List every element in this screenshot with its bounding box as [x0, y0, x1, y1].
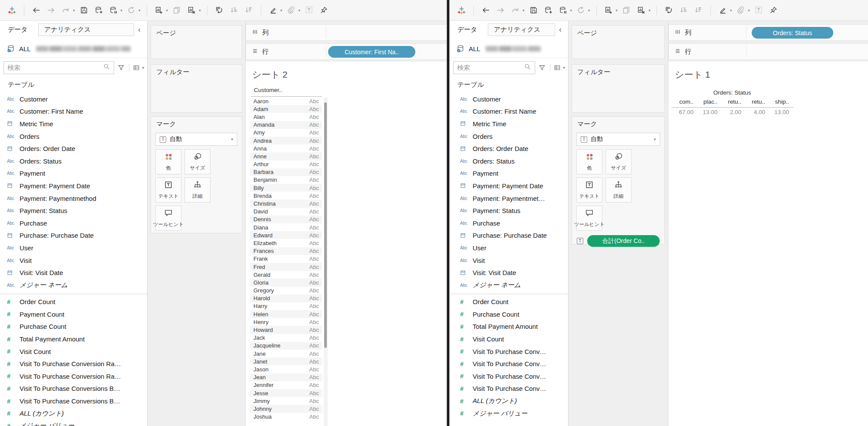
pages-card[interactable]: ページ [572, 25, 665, 59]
new-worksheet-icon[interactable] [152, 4, 166, 17]
table-row[interactable]: JimmyAbc [250, 397, 322, 405]
dropdown-caret-icon[interactable]: ▾ [523, 8, 525, 13]
add-datasource-icon[interactable] [542, 4, 555, 17]
back-icon[interactable] [30, 4, 43, 17]
tab-analytics[interactable]: アナリティクス [488, 23, 555, 36]
swap-rows-columns-icon[interactable] [662, 4, 676, 17]
field-item[interactable]: Abcメジャー ネーム [450, 279, 568, 292]
forward-icon[interactable] [44, 4, 58, 17]
table-row[interactable]: AnneAbc [250, 152, 322, 160]
table-row[interactable]: JanetAbc [250, 357, 322, 365]
mark-type-dropdown[interactable]: T 自動 ▾ [155, 133, 237, 146]
save-icon[interactable] [527, 4, 540, 17]
filter-fields-icon[interactable] [116, 62, 126, 73]
duplicate-icon[interactable] [170, 4, 184, 17]
table-row[interactable]: BenjaminAbc [250, 176, 322, 184]
field-item[interactable]: AbcPayment: Status [450, 204, 568, 217]
refresh-icon[interactable] [125, 4, 138, 17]
tab-data[interactable]: データ [457, 26, 477, 34]
swap-rows-columns-icon[interactable] [213, 4, 226, 17]
table-row[interactable]: HaroldAbc [250, 295, 322, 302]
dropdown-caret-icon[interactable]: ▾ [570, 8, 572, 13]
field-item[interactable]: #Visit To Purchase Conv… [450, 370, 568, 383]
field-item[interactable]: AbcUser [0, 242, 147, 254]
table-row[interactable]: AndreaAbc [250, 137, 322, 144]
table-row[interactable]: ChristinaAbc [250, 200, 322, 207]
table-row[interactable]: FrankAbc [250, 255, 322, 263]
field-item[interactable]: #Visit To Purchase Conv… [450, 383, 568, 395]
field-item[interactable]: AbcOrders: Status [0, 155, 147, 167]
column-header[interactable]: Customer.. [254, 87, 282, 93]
table-row[interactable]: BarbaraAbc [250, 168, 322, 176]
table-row[interactable]: DavidAbc [250, 208, 322, 216]
table-row[interactable]: FredAbc [250, 263, 322, 271]
filters-card[interactable]: フィルター [151, 64, 242, 113]
chevron-down-icon[interactable]: ▾ [654, 137, 656, 141]
datasource-row[interactable]: ALL [450, 40, 568, 58]
tableau-logo-icon[interactable] [455, 4, 468, 17]
dropdown-caret-icon[interactable]: ▾ [648, 8, 651, 13]
tab-data[interactable]: データ [8, 26, 28, 34]
field-item[interactable]: AbcOrders [0, 130, 147, 143]
table-row[interactable]: AnnaAbc [250, 144, 322, 152]
field-item[interactable]: #メジャー バリュー [0, 419, 147, 426]
color-icon[interactable]: 色 [155, 149, 181, 174]
table-row[interactable]: JohnnyAbc [250, 405, 322, 413]
pin-icon[interactable] [767, 4, 780, 17]
sort-ascending-icon[interactable] [227, 4, 241, 17]
field-item[interactable]: Abcメジャー ネーム [0, 279, 147, 292]
collapse-pane-icon[interactable]: ‹ [555, 26, 566, 33]
table-row[interactable]: GregoryAbc [250, 287, 322, 295]
sort-ascending-icon[interactable] [677, 4, 690, 17]
table-row[interactable]: AmyAbc [250, 129, 322, 137]
detail-icon[interactable]: 詳細 [184, 177, 210, 203]
field-item[interactable]: AbcVisit [0, 254, 147, 267]
redo-icon[interactable] [59, 4, 72, 17]
sort-descending-icon[interactable] [692, 4, 705, 17]
duplicate-icon[interactable] [620, 4, 633, 17]
size-icon[interactable]: サイズ [184, 149, 210, 174]
tableau-logo-icon[interactable] [5, 4, 19, 17]
rows-shelf[interactable]: 行 [668, 43, 868, 60]
field-item[interactable]: #Visit To Purchase Conv… [450, 357, 568, 370]
field-item[interactable]: AbcPurchase [0, 217, 147, 229]
field-item[interactable]: Visit: Visit Date [450, 266, 568, 279]
field-item[interactable]: #Order Count [450, 296, 568, 308]
table-values-row[interactable]: 67.0013.002.004.0013.00 [672, 109, 791, 115]
table-row[interactable]: JasonAbc [250, 365, 322, 373]
new-worksheet-icon[interactable] [602, 4, 615, 17]
field-item[interactable]: Payment: Payment Date [450, 180, 568, 192]
table-row[interactable]: HarryAbc [250, 302, 322, 310]
redo-icon[interactable] [509, 4, 522, 17]
sort-descending-icon[interactable] [242, 4, 256, 17]
highlight-icon[interactable] [716, 4, 730, 17]
field-item[interactable]: Orders: Order Date [450, 142, 568, 155]
pill-customer-first-name[interactable]: Customer: First Na.. [328, 46, 415, 58]
table-row[interactable]: HenryAbc [250, 318, 322, 326]
field-item[interactable]: AbcCustomer [0, 93, 147, 105]
tab-analytics[interactable]: アナリティクス [38, 23, 134, 36]
pin-icon[interactable] [317, 4, 331, 17]
field-item[interactable]: Metric Time [0, 118, 147, 130]
dropdown-caret-icon[interactable]: ▾ [748, 8, 750, 13]
pill-orders-status[interactable]: Orders: Status [752, 27, 833, 39]
field-item[interactable]: AbcUser [450, 242, 568, 254]
table-column-headers[interactable]: com..plac..retu..retu..ship.. [672, 98, 791, 105]
table-row[interactable]: JoshuaAbc [250, 413, 322, 421]
table-spanner-header[interactable]: Orders: Status [672, 89, 792, 96]
attach-icon[interactable] [734, 4, 747, 17]
dropdown-caret-icon[interactable]: ▾ [73, 8, 75, 13]
pages-card[interactable]: ページ [151, 25, 242, 59]
table-row[interactable]: AlanAbc [250, 113, 322, 121]
columns-shelf[interactable]: 列 [246, 24, 447, 41]
table-row[interactable]: DianaAbc [250, 223, 322, 231]
highlight-icon[interactable] [266, 4, 280, 17]
table-row[interactable]: FrancesAbc [250, 247, 322, 255]
field-item[interactable]: #Total Payment Amount [450, 321, 568, 333]
text-label-icon[interactable] [302, 4, 316, 17]
search-input[interactable]: 検索 [453, 61, 535, 74]
dropdown-caret-icon[interactable]: ▾ [616, 8, 618, 13]
field-item[interactable]: #ALL (カウント) [0, 407, 147, 420]
table-row[interactable]: JaneAbc [250, 350, 322, 357]
collapse-pane-icon[interactable]: ‹ [134, 26, 145, 33]
